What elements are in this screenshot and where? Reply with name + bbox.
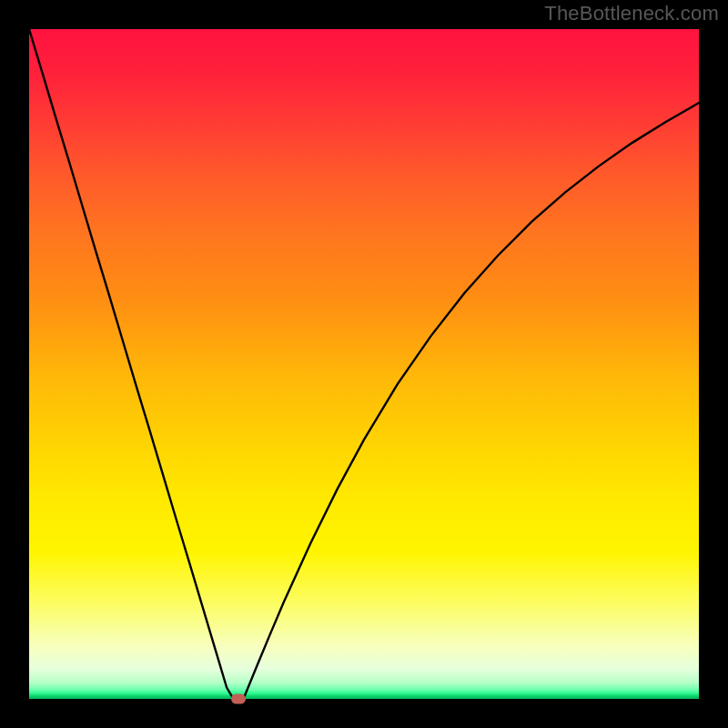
watermark-text: TheBottleneck.com <box>544 2 719 25</box>
curve-path <box>29 29 699 699</box>
bottleneck-curve <box>29 29 699 699</box>
optimal-point-marker <box>231 694 246 704</box>
chart-frame: TheBottleneck.com <box>0 0 728 728</box>
